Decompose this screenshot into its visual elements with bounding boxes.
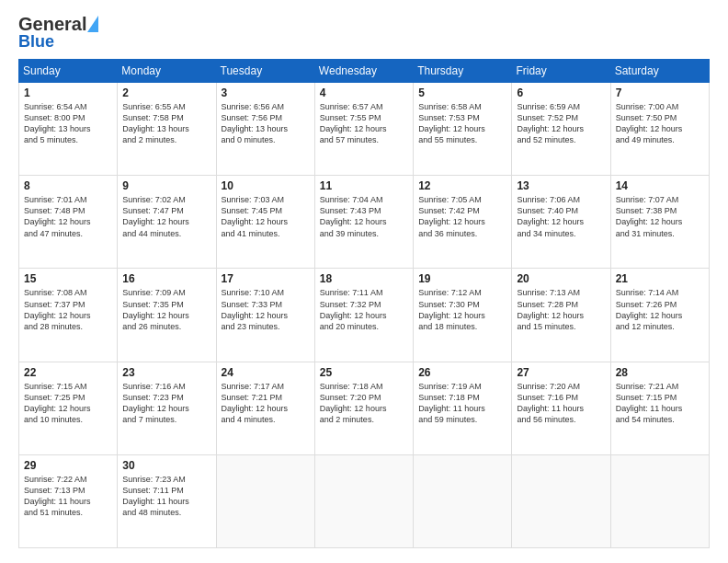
day-of-week-header: Friday: [512, 60, 610, 83]
calendar-week-row: 8Sunrise: 7:01 AMSunset: 7:48 PMDaylight…: [19, 176, 710, 269]
calendar-day-cell: 26Sunrise: 7:19 AMSunset: 7:18 PMDayligh…: [414, 362, 512, 454]
calendar-day-cell: 20Sunrise: 7:13 AMSunset: 7:28 PMDayligh…: [512, 269, 610, 362]
day-info: Sunrise: 7:17 AMSunset: 7:21 PMDaylight:…: [222, 381, 310, 426]
day-number: 2: [122, 86, 210, 99]
day-info: Sunrise: 7:05 AMSunset: 7:42 PMDaylight:…: [418, 194, 506, 239]
calendar-day-cell: 13Sunrise: 7:06 AMSunset: 7:40 PMDayligh…: [512, 176, 610, 269]
day-number: 10: [222, 179, 310, 192]
day-info: Sunrise: 7:06 AMSunset: 7:40 PMDaylight:…: [517, 194, 605, 239]
day-info: Sunrise: 7:20 AMSunset: 7:16 PMDaylight:…: [517, 381, 605, 426]
page: General Blue SundayMondayTuesdayWednesda…: [0, 0, 728, 563]
calendar-day-cell: 2Sunrise: 6:55 AMSunset: 7:58 PMDaylight…: [118, 83, 216, 176]
calendar-day-cell: [610, 454, 709, 547]
day-of-week-header: Thursday: [414, 60, 512, 83]
day-number: 28: [616, 366, 704, 379]
day-number: 27: [517, 366, 605, 379]
day-info: Sunrise: 6:55 AMSunset: 7:58 PMDaylight:…: [122, 101, 210, 146]
logo: General Blue: [18, 15, 98, 50]
day-number: 14: [616, 179, 704, 192]
day-number: 12: [418, 179, 506, 192]
day-of-week-header: Saturday: [610, 60, 709, 83]
calendar-day-cell: 17Sunrise: 7:10 AMSunset: 7:33 PMDayligh…: [216, 269, 314, 362]
day-number: 7: [616, 86, 704, 99]
calendar-day-cell: 16Sunrise: 7:09 AMSunset: 7:35 PMDayligh…: [118, 269, 216, 362]
day-number: 18: [320, 272, 408, 285]
calendar-day-cell: 12Sunrise: 7:05 AMSunset: 7:42 PMDayligh…: [414, 176, 512, 269]
day-number: 23: [122, 366, 210, 379]
calendar-day-cell: 22Sunrise: 7:15 AMSunset: 7:25 PMDayligh…: [19, 362, 118, 454]
day-info: Sunrise: 7:16 AMSunset: 7:23 PMDaylight:…: [122, 381, 210, 426]
day-info: Sunrise: 7:14 AMSunset: 7:26 PMDaylight:…: [616, 287, 704, 332]
day-info: Sunrise: 7:01 AMSunset: 7:48 PMDaylight:…: [24, 194, 112, 239]
day-info: Sunrise: 6:58 AMSunset: 7:53 PMDaylight:…: [418, 101, 506, 146]
day-number: 17: [222, 272, 310, 285]
logo-general: General: [18, 15, 86, 33]
day-number: 20: [517, 272, 605, 285]
day-number: 21: [616, 272, 704, 285]
calendar-day-cell: 5Sunrise: 6:58 AMSunset: 7:53 PMDaylight…: [414, 83, 512, 176]
day-info: Sunrise: 6:54 AMSunset: 8:00 PMDaylight:…: [24, 101, 112, 146]
day-info: Sunrise: 7:07 AMSunset: 7:38 PMDaylight:…: [616, 194, 704, 239]
day-of-week-header: Monday: [118, 60, 216, 83]
calendar-week-row: 29Sunrise: 7:22 AMSunset: 7:13 PMDayligh…: [19, 454, 710, 547]
calendar-day-cell: 25Sunrise: 7:18 AMSunset: 7:20 PMDayligh…: [314, 362, 413, 454]
calendar-day-cell: 1Sunrise: 6:54 AMSunset: 8:00 PMDaylight…: [19, 83, 118, 176]
day-of-week-header: Tuesday: [216, 60, 314, 83]
day-number: 24: [222, 366, 310, 379]
day-info: Sunrise: 7:00 AMSunset: 7:50 PMDaylight:…: [616, 101, 704, 146]
calendar-day-cell: 15Sunrise: 7:08 AMSunset: 7:37 PMDayligh…: [19, 269, 118, 362]
day-info: Sunrise: 7:11 AMSunset: 7:32 PMDaylight:…: [320, 287, 408, 332]
calendar-day-cell: [512, 454, 610, 547]
logo-triangle-icon: [87, 16, 98, 32]
calendar-day-cell: 4Sunrise: 6:57 AMSunset: 7:55 PMDaylight…: [314, 83, 413, 176]
day-number: 29: [24, 459, 112, 472]
header: General Blue: [18, 15, 710, 50]
calendar-day-cell: 9Sunrise: 7:02 AMSunset: 7:47 PMDaylight…: [118, 176, 216, 269]
calendar-day-cell: 11Sunrise: 7:04 AMSunset: 7:43 PMDayligh…: [314, 176, 413, 269]
calendar-day-cell: 27Sunrise: 7:20 AMSunset: 7:16 PMDayligh…: [512, 362, 610, 454]
day-number: 1: [24, 86, 112, 99]
day-info: Sunrise: 6:57 AMSunset: 7:55 PMDaylight:…: [320, 101, 408, 146]
calendar-day-cell: 28Sunrise: 7:21 AMSunset: 7:15 PMDayligh…: [610, 362, 709, 454]
day-number: 11: [320, 179, 408, 192]
calendar-week-row: 15Sunrise: 7:08 AMSunset: 7:37 PMDayligh…: [19, 269, 710, 362]
day-number: 25: [320, 366, 408, 379]
calendar-day-cell: 10Sunrise: 7:03 AMSunset: 7:45 PMDayligh…: [216, 176, 314, 269]
calendar-day-cell: 30Sunrise: 7:23 AMSunset: 7:11 PMDayligh…: [118, 454, 216, 547]
day-info: Sunrise: 7:04 AMSunset: 7:43 PMDaylight:…: [320, 194, 408, 239]
calendar-day-cell: [314, 454, 413, 547]
calendar-day-cell: 29Sunrise: 7:22 AMSunset: 7:13 PMDayligh…: [19, 454, 118, 547]
day-info: Sunrise: 7:18 AMSunset: 7:20 PMDaylight:…: [320, 381, 408, 426]
calendar-table: SundayMondayTuesdayWednesdayThursdayFrid…: [18, 59, 710, 548]
day-info: Sunrise: 7:03 AMSunset: 7:45 PMDaylight:…: [222, 194, 310, 239]
day-of-week-header: Sunday: [19, 60, 118, 83]
day-number: 30: [122, 459, 210, 472]
day-info: Sunrise: 7:12 AMSunset: 7:30 PMDaylight:…: [418, 287, 506, 332]
day-info: Sunrise: 7:02 AMSunset: 7:47 PMDaylight:…: [122, 194, 210, 239]
day-info: Sunrise: 7:13 AMSunset: 7:28 PMDaylight:…: [517, 287, 605, 332]
calendar-week-row: 22Sunrise: 7:15 AMSunset: 7:25 PMDayligh…: [19, 362, 710, 454]
logo-blue: Blue: [18, 33, 98, 50]
calendar-day-cell: 14Sunrise: 7:07 AMSunset: 7:38 PMDayligh…: [610, 176, 709, 269]
day-info: Sunrise: 7:22 AMSunset: 7:13 PMDaylight:…: [24, 474, 112, 519]
calendar-header-row: SundayMondayTuesdayWednesdayThursdayFrid…: [19, 60, 710, 83]
day-number: 26: [418, 366, 506, 379]
calendar-day-cell: [216, 454, 314, 547]
day-info: Sunrise: 7:15 AMSunset: 7:25 PMDaylight:…: [24, 381, 112, 426]
day-number: 15: [24, 272, 112, 285]
day-info: Sunrise: 7:23 AMSunset: 7:11 PMDaylight:…: [122, 474, 210, 519]
day-number: 22: [24, 366, 112, 379]
calendar-day-cell: 24Sunrise: 7:17 AMSunset: 7:21 PMDayligh…: [216, 362, 314, 454]
calendar-day-cell: 8Sunrise: 7:01 AMSunset: 7:48 PMDaylight…: [19, 176, 118, 269]
day-info: Sunrise: 7:08 AMSunset: 7:37 PMDaylight:…: [24, 287, 112, 332]
day-number: 13: [517, 179, 605, 192]
day-of-week-header: Wednesday: [314, 60, 413, 83]
calendar-day-cell: 7Sunrise: 7:00 AMSunset: 7:50 PMDaylight…: [610, 83, 709, 176]
day-info: Sunrise: 7:10 AMSunset: 7:33 PMDaylight:…: [222, 287, 310, 332]
calendar-day-cell: 18Sunrise: 7:11 AMSunset: 7:32 PMDayligh…: [314, 269, 413, 362]
calendar-day-cell: 3Sunrise: 6:56 AMSunset: 7:56 PMDaylight…: [216, 83, 314, 176]
calendar-day-cell: 23Sunrise: 7:16 AMSunset: 7:23 PMDayligh…: [118, 362, 216, 454]
calendar-day-cell: 6Sunrise: 6:59 AMSunset: 7:52 PMDaylight…: [512, 83, 610, 176]
day-number: 19: [418, 272, 506, 285]
day-number: 5: [418, 86, 506, 99]
